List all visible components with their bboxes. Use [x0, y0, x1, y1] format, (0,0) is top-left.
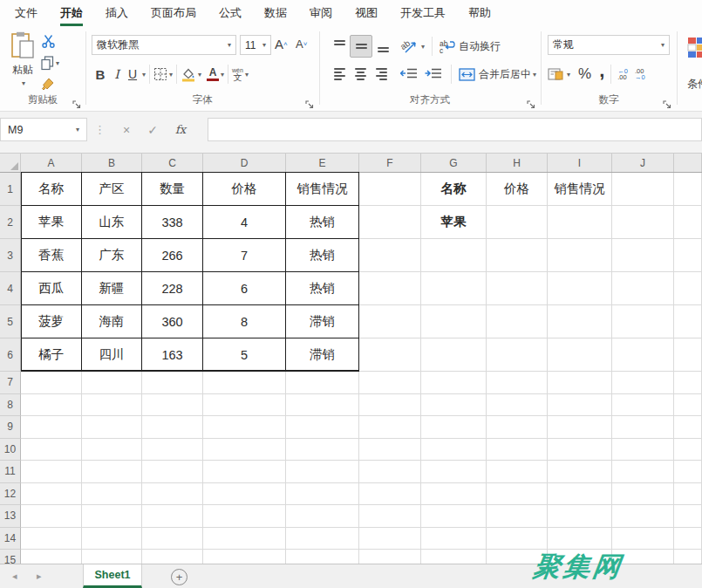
cell-G15[interactable]: [421, 550, 487, 564]
cell-C7[interactable]: [142, 372, 203, 394]
cell-D2[interactable]: 4: [203, 206, 286, 239]
cell-C9[interactable]: [142, 416, 203, 439]
cell-J11[interactable]: [612, 461, 674, 483]
cell-I13[interactable]: [548, 505, 612, 528]
cell-J9[interactable]: [612, 416, 674, 439]
menu-tab-文件[interactable]: 文件: [3, 0, 49, 26]
cell-partial-r12[interactable]: [674, 483, 702, 506]
align-center-button[interactable]: [350, 64, 371, 85]
cell-F2[interactable]: [359, 206, 421, 239]
cell-C5[interactable]: 360: [142, 305, 203, 338]
cell-E9[interactable]: [286, 416, 359, 439]
cell-G10[interactable]: [421, 439, 487, 462]
cell-D7[interactable]: [203, 372, 286, 394]
col-header-D[interactable]: D: [203, 154, 286, 172]
cell-F10[interactable]: [359, 439, 421, 462]
cell-J8[interactable]: [612, 394, 674, 417]
cell-F8[interactable]: [359, 394, 421, 417]
merge-center-button[interactable]: 合并后居中 ▾: [459, 67, 536, 82]
cell-D5[interactable]: 8: [203, 305, 286, 338]
cell-E2[interactable]: 热销: [286, 206, 359, 239]
font-dialog-launcher[interactable]: [305, 97, 314, 106]
add-sheet-button[interactable]: +: [171, 569, 187, 585]
cell-D15[interactable]: [203, 550, 286, 564]
cell-D6[interactable]: 5: [203, 338, 286, 372]
cell-F9[interactable]: [359, 416, 421, 439]
cell-J1[interactable]: [612, 173, 674, 206]
cell-D14[interactable]: [203, 528, 286, 550]
col-header-partial[interactable]: [674, 154, 702, 172]
row-header-1[interactable]: 1: [0, 173, 21, 206]
menu-tab-公式[interactable]: 公式: [208, 0, 253, 26]
row-header-3[interactable]: 3: [0, 239, 21, 272]
cell-H8[interactable]: [487, 394, 548, 417]
next-sheet-button[interactable]: ▸: [37, 564, 42, 588]
cell-E4[interactable]: 热销: [286, 272, 359, 305]
cell-A5[interactable]: 菠萝: [21, 305, 82, 338]
cell-E1[interactable]: 销售情况: [286, 173, 359, 206]
sheet-tab-active[interactable]: Sheet1: [83, 564, 142, 588]
cell-J3[interactable]: [612, 239, 674, 272]
cell-A13[interactable]: [21, 505, 82, 528]
cell-partial-r10[interactable]: [674, 439, 702, 462]
cell-I12[interactable]: [548, 483, 612, 506]
insert-function-button[interactable]: fx: [169, 118, 192, 141]
cell-G2[interactable]: 苹果: [421, 206, 487, 239]
cell-E13[interactable]: [286, 505, 359, 528]
cell-C10[interactable]: [142, 439, 203, 462]
cell-C6[interactable]: 163: [142, 338, 203, 372]
shrink-font-button[interactable]: A˅: [296, 38, 307, 51]
col-header-B[interactable]: B: [82, 154, 142, 172]
cell-H9[interactable]: [487, 416, 548, 439]
cell-J2[interactable]: [612, 206, 674, 239]
cell-C11[interactable]: [142, 461, 203, 483]
cell-G9[interactable]: [421, 416, 487, 439]
cell-F7[interactable]: [359, 372, 421, 394]
cell-H13[interactable]: [487, 505, 548, 528]
cell-J4[interactable]: [612, 272, 674, 305]
cell-G11[interactable]: [421, 461, 487, 483]
cell-H14[interactable]: [487, 528, 548, 550]
cell-A3[interactable]: 香蕉: [21, 239, 82, 272]
conditional-formatting-button[interactable]: [687, 37, 702, 63]
cell-F14[interactable]: [359, 528, 421, 550]
cell-I7[interactable]: [548, 372, 612, 394]
menu-tab-审阅[interactable]: 审阅: [298, 0, 344, 26]
cell-F15[interactable]: [359, 550, 421, 564]
underline-button[interactable]: U: [125, 67, 140, 81]
cancel-button[interactable]: ×: [115, 118, 138, 141]
font-color-button[interactable]: A: [207, 67, 219, 81]
copy-button[interactable]: ▾: [41, 56, 59, 71]
col-header-I[interactable]: I: [548, 154, 612, 172]
increase-indent-button[interactable]: [423, 67, 444, 81]
cell-G14[interactable]: [421, 528, 487, 550]
font-size-combobox[interactable]: 11 ▾: [240, 35, 271, 55]
paste-button[interactable]: 粘贴 ▾: [5, 31, 40, 87]
cell-I8[interactable]: [548, 394, 612, 417]
cell-J5[interactable]: [612, 305, 674, 338]
formula-input[interactable]: [208, 118, 702, 141]
orientation-button[interactable]: ab: [400, 38, 419, 55]
prev-sheet-button[interactable]: ◂: [12, 564, 17, 588]
col-header-C[interactable]: C: [142, 154, 203, 172]
row-header-6[interactable]: 6: [0, 338, 21, 372]
enter-button[interactable]: ✓: [141, 118, 164, 141]
cell-B7[interactable]: [82, 372, 142, 394]
row-header-8[interactable]: 8: [0, 394, 21, 417]
menu-tab-开发工具[interactable]: 开发工具: [389, 0, 457, 26]
cell-partial-r14[interactable]: [674, 528, 702, 550]
cell-G12[interactable]: [421, 483, 487, 506]
cell-partial-r9[interactable]: [674, 416, 702, 439]
cell-I4[interactable]: [548, 272, 612, 305]
accounting-format-button[interactable]: [548, 67, 565, 81]
cell-B8[interactable]: [82, 394, 142, 417]
cell-partial-r3[interactable]: [674, 239, 702, 272]
cell-A9[interactable]: [21, 416, 82, 439]
menu-tab-视图[interactable]: 视图: [344, 0, 389, 26]
align-top-button[interactable]: [329, 36, 350, 57]
row-header-10[interactable]: 10: [0, 439, 21, 462]
cell-A4[interactable]: 西瓜: [21, 272, 82, 305]
cell-C13[interactable]: [142, 505, 203, 528]
cell-H6[interactable]: [487, 338, 548, 372]
row-header-7[interactable]: 7: [0, 372, 21, 394]
